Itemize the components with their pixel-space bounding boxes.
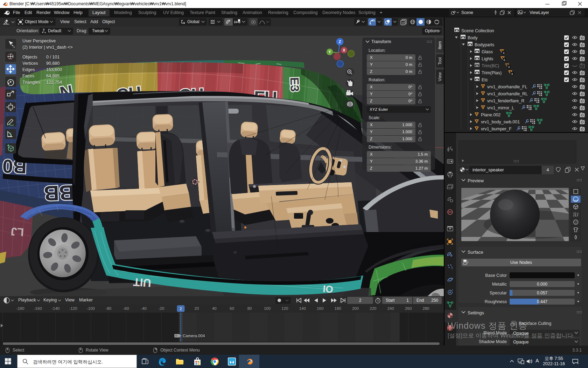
svg-text:Shadow Mode: Shadow Mode: [479, 339, 507, 344]
svg-text:-100: -100: [87, 306, 95, 311]
svg-text:Camera.004: Camera.004: [183, 334, 205, 338]
svg-text:4: 4: [547, 168, 549, 172]
svg-text:Z: Z: [339, 40, 341, 44]
svg-text:Use Nodes: Use Nodes: [510, 260, 532, 265]
svg-text:vrv1_bumper_F: vrv1_bumper_F: [481, 127, 512, 131]
svg-text:-180: -180: [16, 306, 24, 311]
svg-text:0.000: 0.000: [537, 282, 547, 287]
svg-text:vrv1_fenderflare_R: vrv1_fenderflare_R: [487, 98, 524, 103]
svg-text:4: 4: [508, 65, 510, 69]
svg-text:140: 140: [299, 306, 306, 311]
svg-text:220: 220: [370, 306, 376, 311]
svg-text:Opaque: Opaque: [513, 340, 529, 345]
svg-text:0.057: 0.057: [537, 291, 547, 295]
svg-text:Body: Body: [468, 35, 478, 40]
svg-text:100: 100: [264, 306, 271, 311]
svg-text:60: 60: [230, 306, 234, 311]
svg-text:200: 200: [352, 306, 359, 311]
svg-text:2: 2: [180, 307, 182, 311]
svg-text:Specular: Specular: [490, 291, 507, 295]
svg-text:-160: -160: [34, 306, 42, 311]
svg-text:Glass: Glass: [482, 49, 493, 54]
svg-text:-60: -60: [123, 306, 129, 311]
svg-text:vrv1_mirror_L: vrv1_mirror_L: [487, 105, 514, 110]
svg-text:40: 40: [212, 306, 217, 311]
svg-text:Roughness: Roughness: [485, 299, 507, 304]
svg-text:280: 280: [423, 306, 429, 311]
svg-text:Scene Collection: Scene Collection: [461, 28, 494, 33]
svg-text:interior_speaker: interior_speaker: [472, 168, 504, 172]
svg-text:Preview: Preview: [468, 178, 484, 183]
svg-text:120: 120: [281, 306, 288, 311]
svg-text:Settings: Settings: [468, 310, 484, 315]
svg-text:vrv1_doorhandle_FL: vrv1_doorhandle_FL: [487, 84, 527, 89]
svg-text:Item: Item: [438, 41, 442, 49]
svg-text:260: 260: [405, 306, 412, 311]
svg-text:E3: E3: [288, 77, 302, 92]
svg-text:-120: -120: [69, 306, 77, 311]
svg-text:View: View: [438, 72, 442, 81]
svg-text:160: 160: [317, 306, 323, 311]
svg-text:-140: -140: [51, 306, 59, 311]
svg-text:Trim(Plas): Trim(Plas): [482, 70, 502, 75]
svg-text:BB: BB: [43, 181, 75, 205]
svg-text:4: 4: [511, 72, 513, 76]
svg-text:180: 180: [335, 306, 341, 311]
svg-text:UIT: UIT: [133, 275, 152, 289]
svg-text:0.447: 0.447: [537, 299, 547, 304]
svg-text:vrv1_body_swb.001: vrv1_body_swb.001: [481, 120, 520, 124]
svg-text:4: 4: [503, 51, 504, 55]
svg-text:Etc: Etc: [482, 77, 488, 82]
svg-text:Surface: Surface: [468, 250, 483, 255]
svg-text:Metallic: Metallic: [492, 282, 507, 287]
svg-text:Base Color: Base Color: [485, 273, 507, 278]
svg-text:80: 80: [247, 306, 252, 311]
svg-text:-80: -80: [106, 306, 112, 311]
svg-text:X: X: [343, 48, 345, 52]
svg-text:240: 240: [387, 306, 394, 311]
svg-text:-20: -20: [159, 306, 164, 311]
svg-text:vrv1_doorhandle_RL: vrv1_doorhandle_RL: [487, 91, 528, 96]
svg-text:-40: -40: [141, 306, 147, 311]
svg-text:Tool: Tool: [438, 57, 442, 65]
svg-text:Lights: Lights: [482, 56, 493, 61]
svg-text:Plane.002: Plane.002: [481, 113, 500, 117]
svg-text:20: 20: [195, 306, 199, 311]
svg-text:6: 6: [503, 58, 505, 62]
svg-text:Y: Y: [328, 50, 331, 54]
svg-text:OI: OI: [322, 283, 334, 295]
svg-text:Trim(BC): Trim(BC): [482, 63, 499, 68]
svg-text:Bodyparts: Bodyparts: [475, 42, 494, 47]
